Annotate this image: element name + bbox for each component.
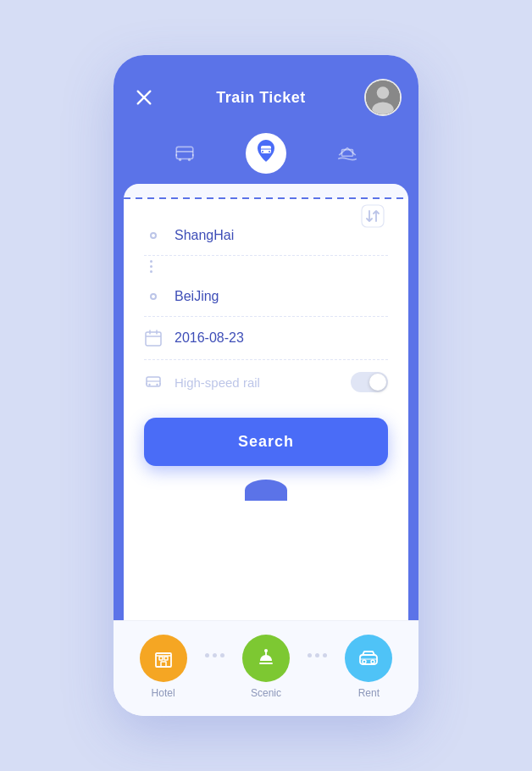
tab-train-icon-wrap: [246, 133, 286, 174]
to-city-value: BeiJing: [175, 289, 388, 304]
train-type-svg: [145, 374, 162, 391]
svg-point-14: [269, 151, 270, 153]
to-dot: [144, 293, 163, 300]
nav-rent[interactable]: Rent: [345, 635, 392, 699]
svg-point-24: [156, 384, 158, 386]
tab-bus-icon-wrap: [164, 133, 205, 174]
nav-dots-2: [308, 653, 327, 657]
from-city-row[interactable]: ShangHai: [144, 216, 388, 256]
tab-bus[interactable]: [164, 133, 205, 184]
route-connector: [144, 256, 388, 277]
svg-point-3: [377, 86, 390, 99]
svg-point-7: [179, 158, 181, 161]
header: Train Ticket: [114, 55, 418, 184]
svg-point-36: [371, 660, 374, 663]
svg-point-35: [363, 660, 366, 663]
date-row[interactable]: 2016-08-23: [144, 317, 388, 360]
train-type-toggle[interactable]: [351, 372, 388, 392]
tab-train[interactable]: [246, 133, 286, 184]
svg-rect-29: [164, 657, 168, 660]
svg-rect-17: [146, 332, 161, 346]
train-type-label: High-speed rail: [175, 375, 351, 390]
train-type-row[interactable]: High-speed rail: [144, 360, 388, 404]
ticket-body: ShangHai: [124, 199, 408, 518]
toggle-knob: [369, 374, 386, 391]
tab-ferry-icon-wrap: [327, 133, 368, 174]
transport-tabs: [130, 133, 402, 184]
from-dot: [144, 232, 163, 239]
avatar[interactable]: [364, 79, 402, 116]
train-location-icon: [254, 140, 278, 167]
train-type-icon: [144, 373, 163, 391]
page-title: Train Ticket: [216, 89, 306, 107]
bottom-nav: Hotel Scenic: [114, 620, 418, 716]
rent-icon-circle: [345, 635, 392, 682]
tab-ferry[interactable]: [327, 133, 368, 184]
scenic-label: Scenic: [251, 687, 281, 699]
hotel-label: Hotel: [152, 687, 175, 699]
nav-dots-1: [205, 653, 224, 657]
calendar-icon: [144, 329, 163, 347]
nav-hotel[interactable]: Hotel: [140, 635, 187, 699]
ticket-container: ShangHai: [114, 184, 418, 620]
rent-label: Rent: [358, 687, 380, 699]
scenic-icon-circle: [242, 635, 290, 682]
nav-scenic[interactable]: Scenic: [242, 635, 290, 699]
swap-icon: [361, 204, 385, 228]
search-button[interactable]: Search: [144, 418, 388, 466]
ticket-card: ShangHai: [124, 184, 408, 620]
date-value: 2016-08-23: [175, 330, 388, 346]
hotel-icon-circle: [140, 635, 187, 682]
hotel-icon: [152, 646, 175, 670]
svg-rect-16: [362, 205, 384, 227]
close-button[interactable]: [130, 84, 158, 111]
close-icon: [135, 88, 153, 107]
ferry-icon: [336, 142, 358, 164]
avatar-image: [366, 80, 400, 114]
nub-shape: [245, 480, 287, 501]
from-city-value: ShangHai: [175, 228, 388, 243]
bus-icon: [174, 142, 196, 164]
rent-icon: [357, 646, 380, 670]
to-city-row[interactable]: BeiJing: [144, 277, 388, 317]
svg-rect-5: [176, 147, 193, 158]
header-top: Train Ticket: [130, 79, 402, 116]
scenic-icon: [254, 646, 278, 670]
svg-rect-28: [159, 657, 163, 660]
phone-frame: Train Ticket: [114, 55, 418, 716]
svg-point-23: [148, 384, 150, 386]
svg-point-13: [262, 151, 263, 153]
ticket-nub: [144, 480, 388, 501]
avatar-svg: [366, 79, 400, 116]
svg-point-8: [188, 158, 191, 161]
svg-rect-30: [161, 662, 166, 667]
calendar-svg: [145, 330, 162, 347]
svg-point-33: [264, 649, 268, 652]
swap-button[interactable]: [357, 197, 388, 236]
